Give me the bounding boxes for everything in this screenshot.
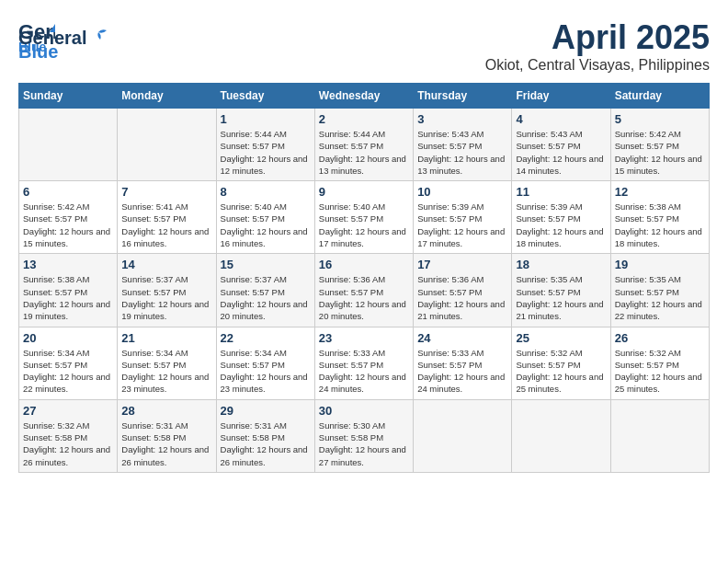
day-info: Sunrise: 5:40 AMSunset: 5:57 PMDaylight:… <box>319 201 409 249</box>
calendar-cell: 29Sunrise: 5:31 AMSunset: 5:58 PMDayligh… <box>216 399 314 472</box>
page-title: April 2025 <box>485 18 710 57</box>
day-info: Sunrise: 5:44 AMSunset: 5:57 PMDaylight:… <box>221 128 311 177</box>
title-block: April 2025 Okiot, Central Visayas, Phili… <box>485 18 710 74</box>
day-info: Sunrise: 5:31 AMSunset: 5:58 PMDaylight:… <box>221 419 311 468</box>
day-info: Sunrise: 5:39 AMSunset: 5:57 PMDaylight:… <box>516 201 606 249</box>
calendar-cell: 28Sunrise: 5:31 AMSunset: 5:58 PMDayligh… <box>118 399 216 472</box>
day-number: 28 <box>121 404 211 418</box>
calendar-cell: 2Sunrise: 5:44 AMSunset: 5:57 PMDaylight… <box>314 109 413 181</box>
day-info: Sunrise: 5:37 AMSunset: 5:57 PMDaylight:… <box>121 273 211 322</box>
calendar-cell: 15Sunrise: 5:37 AMSunset: 5:57 PMDayligh… <box>216 254 314 327</box>
page-header: General Blue General Blue April 2025 Oki… <box>18 18 710 74</box>
logo-bird-icon <box>88 27 108 47</box>
day-info: Sunrise: 5:37 AMSunset: 5:57 PMDaylight:… <box>221 273 311 322</box>
day-number: 9 <box>319 185 409 199</box>
day-number: 1 <box>221 112 311 126</box>
day-info: Sunrise: 5:36 AMSunset: 5:57 PMDaylight:… <box>319 273 409 322</box>
day-info: Sunrise: 5:32 AMSunset: 5:57 PMDaylight:… <box>516 347 606 396</box>
calendar-cell: 6Sunrise: 5:42 AMSunset: 5:57 PMDaylight… <box>19 181 118 254</box>
day-info: Sunrise: 5:31 AMSunset: 5:58 PMDaylight:… <box>121 419 211 468</box>
day-number: 14 <box>121 258 211 271</box>
day-info: Sunrise: 5:39 AMSunset: 5:57 PMDaylight:… <box>417 201 507 249</box>
day-info: Sunrise: 5:43 AMSunset: 5:57 PMDaylight:… <box>516 128 606 177</box>
calendar-cell: 19Sunrise: 5:35 AMSunset: 5:57 PMDayligh… <box>610 254 709 327</box>
day-info: Sunrise: 5:32 AMSunset: 5:57 PMDaylight:… <box>615 347 705 396</box>
calendar-cell: 7Sunrise: 5:41 AMSunset: 5:57 PMDaylight… <box>118 181 216 254</box>
calendar-cell: 18Sunrise: 5:35 AMSunset: 5:57 PMDayligh… <box>512 254 610 327</box>
day-info: Sunrise: 5:33 AMSunset: 5:57 PMDaylight:… <box>319 347 409 396</box>
calendar-cell: 20Sunrise: 5:34 AMSunset: 5:57 PMDayligh… <box>19 327 118 399</box>
calendar-header-row: Sunday Monday Tuesday Wednesday Thursday… <box>19 84 710 109</box>
calendar-cell: 22Sunrise: 5:34 AMSunset: 5:57 PMDayligh… <box>216 327 314 399</box>
calendar-cell: 8Sunrise: 5:40 AMSunset: 5:57 PMDaylight… <box>216 181 314 254</box>
day-number: 18 <box>516 258 606 271</box>
col-thursday: Thursday <box>414 84 512 109</box>
calendar-cell: 1Sunrise: 5:44 AMSunset: 5:57 PMDaylight… <box>216 109 314 181</box>
day-info: Sunrise: 5:42 AMSunset: 5:57 PMDaylight:… <box>615 128 705 177</box>
day-number: 23 <box>319 331 409 345</box>
calendar-table: Sunday Monday Tuesday Wednesday Thursday… <box>18 83 710 473</box>
calendar-week-row: 20Sunrise: 5:34 AMSunset: 5:57 PMDayligh… <box>19 327 710 399</box>
calendar-week-row: 1Sunrise: 5:44 AMSunset: 5:57 PMDaylight… <box>19 109 710 181</box>
day-number: 21 <box>121 331 211 345</box>
calendar-cell: 24Sunrise: 5:33 AMSunset: 5:57 PMDayligh… <box>414 327 512 399</box>
day-number: 22 <box>221 331 311 345</box>
calendar-cell: 16Sunrise: 5:36 AMSunset: 5:57 PMDayligh… <box>314 254 413 327</box>
calendar-cell: 25Sunrise: 5:32 AMSunset: 5:57 PMDayligh… <box>512 327 610 399</box>
col-sunday: Sunday <box>19 84 118 109</box>
day-info: Sunrise: 5:43 AMSunset: 5:57 PMDaylight:… <box>417 128 507 177</box>
day-info: Sunrise: 5:32 AMSunset: 5:58 PMDaylight:… <box>23 419 113 468</box>
day-info: Sunrise: 5:38 AMSunset: 5:57 PMDaylight:… <box>615 201 705 249</box>
calendar-cell <box>118 109 216 181</box>
day-info: Sunrise: 5:35 AMSunset: 5:57 PMDaylight:… <box>516 273 606 322</box>
day-info: Sunrise: 5:41 AMSunset: 5:57 PMDaylight:… <box>121 201 211 249</box>
calendar-cell: 10Sunrise: 5:39 AMSunset: 5:57 PMDayligh… <box>414 181 512 254</box>
col-saturday: Saturday <box>610 84 709 109</box>
calendar-cell: 5Sunrise: 5:42 AMSunset: 5:57 PMDaylight… <box>610 109 709 181</box>
calendar-cell <box>414 399 512 472</box>
calendar-cell: 9Sunrise: 5:40 AMSunset: 5:57 PMDaylight… <box>314 181 413 254</box>
day-number: 20 <box>23 331 113 345</box>
calendar-cell <box>610 399 709 472</box>
day-number: 26 <box>615 331 705 345</box>
day-number: 17 <box>417 258 507 271</box>
day-info: Sunrise: 5:40 AMSunset: 5:57 PMDaylight:… <box>221 201 311 249</box>
calendar-cell: 21Sunrise: 5:34 AMSunset: 5:57 PMDayligh… <box>118 327 216 399</box>
day-number: 29 <box>221 404 311 418</box>
calendar-week-row: 13Sunrise: 5:38 AMSunset: 5:57 PMDayligh… <box>19 254 710 327</box>
day-number: 30 <box>319 404 409 418</box>
calendar-cell: 3Sunrise: 5:43 AMSunset: 5:57 PMDaylight… <box>414 109 512 181</box>
day-info: Sunrise: 5:35 AMSunset: 5:57 PMDaylight:… <box>615 273 705 322</box>
calendar-cell: 14Sunrise: 5:37 AMSunset: 5:57 PMDayligh… <box>118 254 216 327</box>
day-info: Sunrise: 5:44 AMSunset: 5:57 PMDaylight:… <box>319 128 409 177</box>
day-number: 24 <box>417 331 507 345</box>
calendar-cell: 30Sunrise: 5:30 AMSunset: 5:58 PMDayligh… <box>314 399 413 472</box>
calendar-cell <box>512 399 610 472</box>
col-wednesday: Wednesday <box>314 84 413 109</box>
day-number: 2 <box>319 112 409 126</box>
day-number: 8 <box>221 185 311 199</box>
day-number: 11 <box>516 185 606 199</box>
day-info: Sunrise: 5:38 AMSunset: 5:57 PMDaylight:… <box>23 273 113 322</box>
calendar-cell: 26Sunrise: 5:32 AMSunset: 5:57 PMDayligh… <box>610 327 709 399</box>
day-info: Sunrise: 5:36 AMSunset: 5:57 PMDaylight:… <box>417 273 507 322</box>
col-friday: Friday <box>512 84 610 109</box>
day-info: Sunrise: 5:34 AMSunset: 5:57 PMDaylight:… <box>121 347 211 396</box>
day-number: 6 <box>23 185 113 199</box>
day-number: 13 <box>23 258 113 271</box>
calendar-cell: 4Sunrise: 5:43 AMSunset: 5:57 PMDaylight… <box>512 109 610 181</box>
day-number: 15 <box>221 258 311 271</box>
calendar-cell: 11Sunrise: 5:39 AMSunset: 5:57 PMDayligh… <box>512 181 610 254</box>
day-info: Sunrise: 5:42 AMSunset: 5:57 PMDaylight:… <box>23 201 113 249</box>
day-info: Sunrise: 5:33 AMSunset: 5:57 PMDaylight:… <box>417 347 507 396</box>
day-number: 25 <box>516 331 606 345</box>
calendar-week-row: 6Sunrise: 5:42 AMSunset: 5:57 PMDaylight… <box>19 181 710 254</box>
col-monday: Monday <box>118 84 216 109</box>
day-info: Sunrise: 5:34 AMSunset: 5:57 PMDaylight:… <box>221 347 311 396</box>
calendar-cell: 23Sunrise: 5:33 AMSunset: 5:57 PMDayligh… <box>314 327 413 399</box>
day-info: Sunrise: 5:30 AMSunset: 5:58 PMDaylight:… <box>319 419 409 468</box>
day-number: 4 <box>516 112 606 126</box>
day-number: 16 <box>319 258 409 271</box>
calendar-cell <box>19 109 118 181</box>
day-number: 5 <box>615 112 705 126</box>
